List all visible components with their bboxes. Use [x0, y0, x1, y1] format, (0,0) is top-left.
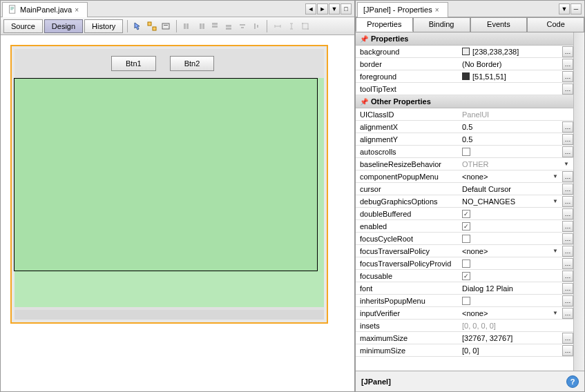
checkbox[interactable]	[462, 259, 470, 268]
align-right-icon[interactable]	[195, 20, 207, 32]
property-row[interactable]: doubleBuffered✓…	[356, 208, 573, 220]
property-value[interactable]: [0, 0]	[459, 346, 562, 355]
ellipsis-button[interactable]: …	[562, 184, 573, 195]
property-row[interactable]: cursorDefault Cursor…	[356, 183, 573, 195]
preview-icon[interactable]	[160, 20, 172, 32]
ellipsis-button[interactable]: …	[562, 171, 573, 182]
connection-mode-icon[interactable]	[146, 20, 158, 32]
chevron-down-icon[interactable]: ▼	[551, 198, 559, 204]
ellipsis-button[interactable]: …	[562, 283, 573, 294]
property-row[interactable]: inputVerifier<none>▼…	[356, 307, 573, 320]
same-width-icon[interactable]	[271, 20, 284, 32]
property-row[interactable]: focusCycleRoot…	[356, 233, 573, 245]
design-canvas[interactable]: Btn1 Btn2	[1, 35, 354, 391]
designer-component-btn1[interactable]: Btn1	[111, 56, 156, 71]
tab-next-button[interactable]: ►	[317, 3, 328, 14]
chevron-down-icon[interactable]: ▼	[551, 248, 559, 254]
property-value[interactable]: (No Border)	[459, 60, 562, 68]
property-row[interactable]: autoscrolls…	[356, 146, 573, 158]
history-view-button[interactable]: History	[84, 19, 123, 33]
property-row[interactable]: inheritsPopupMenu…	[356, 295, 573, 307]
property-row[interactable]: enabled✓…	[356, 220, 573, 233]
property-value[interactable]: NO_CHANGES▼	[459, 197, 562, 206]
align-left-icon[interactable]	[181, 20, 193, 32]
ellipsis-button[interactable]: …	[562, 221, 573, 232]
center-h-icon[interactable]	[236, 20, 249, 32]
property-value[interactable]: [32767, 32767]	[459, 334, 562, 342]
property-row[interactable]: UIClassIDPanelUI	[356, 108, 573, 121]
property-value[interactable]: <none>▼	[459, 309, 562, 317]
chevron-down-icon[interactable]: ▼	[551, 310, 559, 316]
property-row[interactable]: minimumSize[0, 0]…	[356, 344, 573, 357]
property-row[interactable]: focusTraversalPolicyProvid…	[356, 257, 573, 270]
ellipsis-button[interactable]: …	[562, 208, 573, 219]
property-value[interactable]: 0.5	[459, 123, 562, 131]
checkbox[interactable]	[462, 148, 470, 156]
property-value[interactable]: 0.5	[459, 135, 562, 144]
tab-code[interactable]: Code	[527, 17, 584, 32]
align-bottom-icon[interactable]	[222, 20, 235, 32]
property-row[interactable]: alignmentY0.5…	[356, 133, 573, 146]
ellipsis-button[interactable]: …	[562, 295, 573, 306]
resize-icon[interactable]	[299, 20, 311, 32]
editor-tab-mainpanel[interactable]: MainPanel.java ×	[2, 2, 88, 17]
property-row[interactable]: background[238,238,238]…	[356, 46, 573, 58]
property-row[interactable]: focusTraversalPolicy<none>▼…	[356, 245, 573, 257]
property-row[interactable]: fontDialog 12 Plain…	[356, 282, 573, 295]
ellipsis-button[interactable]: …	[562, 258, 573, 269]
ellipsis-button[interactable]: …	[562, 146, 573, 157]
chevron-down-icon[interactable]: ▼	[562, 161, 570, 167]
checkbox[interactable]: ✓	[462, 272, 470, 280]
tab-binding[interactable]: Binding	[413, 17, 470, 32]
ellipsis-button[interactable]: …	[562, 46, 573, 57]
properties-window-tab[interactable]: [JPanel] - Properties ×	[357, 2, 448, 17]
property-value[interactable]	[459, 259, 562, 268]
designer-component-panel-light[interactable]	[15, 273, 324, 307]
tab-prev-button[interactable]: ◄	[305, 3, 316, 14]
chevron-down-icon[interactable]: ▼	[551, 173, 559, 179]
property-value[interactable]: <none>▼	[459, 247, 562, 255]
ellipsis-button[interactable]: …	[562, 84, 573, 95]
ellipsis-button[interactable]: …	[562, 59, 573, 70]
property-value[interactable]: [238,238,238]	[459, 48, 562, 56]
ellipsis-button[interactable]: …	[562, 333, 573, 344]
property-value[interactable]	[459, 297, 562, 305]
vertical-scrollbar[interactable]	[573, 32, 584, 371]
property-row[interactable]: componentPopupMenu<none>▼…	[356, 170, 573, 183]
designer-component-panel-dark[interactable]	[14, 78, 318, 271]
property-row[interactable]: border(No Border)…	[356, 58, 573, 70]
close-icon[interactable]: ×	[75, 6, 81, 13]
property-row[interactable]: focusable✓…	[356, 270, 573, 282]
ellipsis-button[interactable]: …	[562, 271, 573, 282]
ellipsis-button[interactable]: …	[562, 233, 573, 244]
close-icon[interactable]: ×	[435, 6, 442, 13]
same-height-icon[interactable]	[285, 20, 298, 32]
property-row[interactable]: insets[0, 0, 0, 0]	[356, 320, 573, 332]
ellipsis-button[interactable]: …	[562, 196, 573, 207]
property-row[interactable]: toolTipText…	[356, 83, 573, 95]
property-value[interactable]: ✓	[459, 272, 562, 280]
help-icon[interactable]: ?	[566, 375, 579, 388]
checkbox[interactable]	[462, 297, 470, 305]
tab-dropdown-button[interactable]: ▼	[329, 3, 340, 14]
align-top-icon[interactable]	[209, 20, 221, 32]
property-value[interactable]: Dialog 12 Plain	[459, 284, 562, 293]
design-view-button[interactable]: Design	[44, 19, 83, 33]
ellipsis-button[interactable]: …	[562, 345, 573, 356]
ellipsis-button[interactable]: …	[562, 246, 573, 257]
ellipsis-button[interactable]: …	[562, 121, 573, 133]
ellipsis-button[interactable]: …	[562, 134, 573, 145]
designer-component-bottom-strip[interactable]	[15, 310, 324, 320]
property-value[interactable]: ✓	[459, 210, 562, 218]
tab-minimize-button[interactable]: ─	[570, 3, 582, 14]
property-value[interactable]	[459, 148, 562, 156]
checkbox[interactable]: ✓	[462, 210, 470, 218]
property-row[interactable]: debugGraphicsOptionsNO_CHANGES▼…	[356, 195, 573, 208]
selection-mode-icon[interactable]	[132, 20, 144, 32]
tab-maximize-button[interactable]: □	[341, 3, 352, 14]
ellipsis-button[interactable]: …	[562, 71, 573, 82]
property-value[interactable]: ✓	[459, 222, 562, 231]
center-v-icon[interactable]	[250, 20, 262, 32]
designer-component-btn2[interactable]: Btn2	[170, 56, 215, 71]
source-view-button[interactable]: Source	[3, 19, 43, 33]
